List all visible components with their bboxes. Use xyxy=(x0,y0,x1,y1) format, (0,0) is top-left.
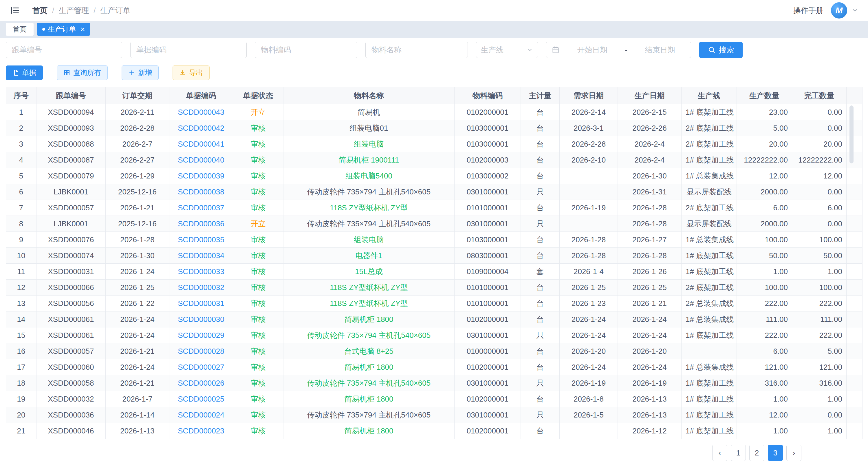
production-line-select[interactable]: 生产线 xyxy=(476,42,538,58)
cell-production-qty: 100.00 xyxy=(737,280,792,295)
page-button[interactable]: 2 xyxy=(749,445,764,461)
end-date-placeholder[interactable]: 结束日期 xyxy=(634,45,686,55)
cell-gutter xyxy=(846,232,863,248)
breadcrumb-production-management[interactable]: 生产管理 xyxy=(59,5,89,16)
breadcrumb-home[interactable]: 首页 xyxy=(32,5,48,16)
operation-manual-link[interactable]: 操作手册 xyxy=(793,5,824,16)
cell-doc-no[interactable]: SCDD000025 xyxy=(169,391,233,407)
cell-order-date: 2026-1-24 xyxy=(106,327,169,343)
follow-order-no-input[interactable] xyxy=(6,42,122,58)
query-all-button[interactable]: 查询所有 xyxy=(57,65,108,80)
cell-demand-date: 2026-1-28 xyxy=(560,232,618,248)
cell-doc-no[interactable]: SCDD000035 xyxy=(169,232,233,248)
cell-unit: 台 xyxy=(521,343,560,359)
cell-gutter xyxy=(846,136,863,152)
tab-close-icon[interactable]: × xyxy=(81,26,85,33)
cell-doc-no[interactable]: SCDD000036 xyxy=(169,216,233,232)
page-button[interactable]: › xyxy=(786,445,801,461)
date-range-picker[interactable]: 开始日期 - 结束日期 xyxy=(546,42,691,58)
material-name-input[interactable] xyxy=(365,42,468,58)
cell-follow-no: XSDD000056 xyxy=(36,295,106,312)
cell-follow-no: XSDD000079 xyxy=(36,168,106,184)
cell-production-date: 2026-1-27 xyxy=(618,232,682,248)
cell-doc-no[interactable]: SCDD000023 xyxy=(169,423,233,439)
page-button[interactable]: 1 xyxy=(731,445,746,461)
cell-doc-no[interactable]: SCDD000033 xyxy=(169,264,233,280)
cell-doc-no[interactable]: SCDD000039 xyxy=(169,168,233,184)
table-row[interactable]: 17XSDD0000602026-1-24SCDD000027审核简易机柜 18… xyxy=(6,359,863,375)
cell-doc-no[interactable]: SCDD000043 xyxy=(169,104,233,120)
add-button[interactable]: 新增 xyxy=(122,65,159,80)
cell-production-date: 2026-1-12 xyxy=(618,423,682,439)
cell-index: 16 xyxy=(6,343,36,359)
cell-gutter xyxy=(846,248,863,264)
export-button[interactable]: 导出 xyxy=(173,65,210,80)
cell-status: 审核 xyxy=(233,280,283,295)
material-code-input[interactable] xyxy=(255,42,357,58)
cell-doc-no[interactable]: SCDD000029 xyxy=(169,327,233,343)
menu-collapse-icon[interactable] xyxy=(10,5,20,16)
table-row[interactable]: 19XSDD0000322026-1-7SCDD000025审核简易机柜 180… xyxy=(6,391,863,407)
cell-doc-no[interactable]: SCDD000037 xyxy=(169,200,233,216)
cell-doc-no[interactable]: SCDD000041 xyxy=(169,136,233,152)
cell-doc-no[interactable]: SCDD000031 xyxy=(169,295,233,312)
table-row[interactable]: 21XSDD0000462026-1-13SCDD000023审核简易机柜 18… xyxy=(6,423,863,439)
chevron-down-icon[interactable] xyxy=(852,7,858,13)
cell-material-name: 传动皮轮件 735×794 主机孔540×605 xyxy=(283,375,455,391)
avatar[interactable]: M xyxy=(831,2,847,19)
cell-status: 审核 xyxy=(233,375,283,391)
table-row[interactable]: 9XSDD0000762026-1-28SCDD000035审核组装电脑0103… xyxy=(6,232,863,248)
cell-doc-no[interactable]: SCDD000038 xyxy=(169,184,233,200)
cell-production-line: 1# 总装集成线 xyxy=(682,312,737,327)
table-row[interactable]: 4XSDD0000872026-2-27SCDD000040审核简易机柜 190… xyxy=(6,152,863,168)
cell-production-qty: 1.00 xyxy=(737,391,792,407)
cell-production-qty: 23.00 xyxy=(737,104,792,120)
cell-doc-no[interactable]: SCDD000028 xyxy=(169,343,233,359)
breadcrumb-production-order[interactable]: 生产订单 xyxy=(100,5,130,16)
cell-order-date: 2026-1-21 xyxy=(106,200,169,216)
cell-doc-no[interactable]: SCDD000024 xyxy=(169,407,233,423)
table-row[interactable]: 8LJBK00012025-12-16SCDD000036开立传动皮轮件 735… xyxy=(6,216,863,232)
cell-doc-no[interactable]: SCDD000030 xyxy=(169,312,233,327)
column-header: 物料名称 xyxy=(283,87,455,104)
tab-home[interactable]: 首页 xyxy=(6,23,34,36)
doc-code-input[interactable] xyxy=(130,42,247,58)
table-row[interactable]: 18XSDD0000582026-1-21SCDD000026审核传动皮轮件 7… xyxy=(6,375,863,391)
page-button[interactable]: ‹ xyxy=(712,445,727,461)
start-date-placeholder[interactable]: 开始日期 xyxy=(567,45,618,55)
search-button[interactable]: 搜索 xyxy=(699,42,743,58)
table-row[interactable]: 3XSDD0000882026-2-7SCDD000041审核组装电脑01030… xyxy=(6,136,863,152)
cell-doc-no[interactable]: SCDD000034 xyxy=(169,248,233,264)
document-button[interactable]: 单据 xyxy=(6,65,43,80)
cell-follow-no: LJBK0001 xyxy=(36,216,106,232)
cell-doc-no[interactable]: SCDD000026 xyxy=(169,375,233,391)
table-row[interactable]: 6LJBK00012025-12-16SCDD000038审核传动皮轮件 735… xyxy=(6,184,863,200)
cell-doc-no[interactable]: SCDD000042 xyxy=(169,120,233,136)
cell-unit: 只 xyxy=(521,327,560,343)
vertical-scrollbar-thumb[interactable] xyxy=(849,106,854,164)
table-row[interactable]: 16XSDD0000572026-1-21SCDD000028审核台式电脑 8+… xyxy=(6,343,863,359)
cell-unit: 只 xyxy=(521,407,560,423)
table-row[interactable]: 20XSDD0000362026-1-14SCDD000024审核传动皮轮件 7… xyxy=(6,407,863,423)
table-row[interactable]: 5XSDD0000792026-1-29SCDD000039审核组装电脑5400… xyxy=(6,168,863,184)
cell-order-date: 2026-1-29 xyxy=(106,168,169,184)
table-row[interactable]: 10XSDD0000742026-1-30SCDD000034审核电器件1080… xyxy=(6,248,863,264)
cell-doc-no[interactable]: SCDD000027 xyxy=(169,359,233,375)
page-button-active[interactable]: 3 xyxy=(768,445,783,461)
cell-order-date: 2026-1-22 xyxy=(106,295,169,312)
table-row[interactable]: 2XSDD0000932026-2-28SCDD000042审核组装电脑0101… xyxy=(6,120,863,136)
table-row[interactable]: 12XSDD0000662026-1-25SCDD000032审核118S ZY… xyxy=(6,280,863,295)
table-row[interactable]: 14XSDD0000612026-1-24SCDD000030审核简易机柜 18… xyxy=(6,312,863,327)
table-row[interactable]: 15XSDD0000612026-1-24SCDD000029审核传动皮轮件 7… xyxy=(6,327,863,343)
table-row[interactable]: 7XSDD0000572026-1-21SCDD000037审核118S ZY型… xyxy=(6,200,863,216)
cell-follow-no: XSDD000046 xyxy=(36,423,106,439)
cell-doc-no[interactable]: SCDD000040 xyxy=(169,152,233,168)
cell-gutter xyxy=(846,264,863,280)
table-row[interactable]: 11XSDD0000312026-1-24SCDD000033审核15L总成01… xyxy=(6,264,863,280)
table-row[interactable]: 1XSDD0000942026-2-11SCDD000043开立简易机01020… xyxy=(6,104,863,120)
table-row[interactable]: 13XSDD0000562026-1-22SCDD000031审核118S ZY… xyxy=(6,295,863,312)
cell-index: 5 xyxy=(6,168,36,184)
tab-production-order[interactable]: 生产订单 × xyxy=(37,23,90,36)
cell-doc-no[interactable]: SCDD000032 xyxy=(169,280,233,295)
cell-material-name: 15L总成 xyxy=(283,264,455,280)
